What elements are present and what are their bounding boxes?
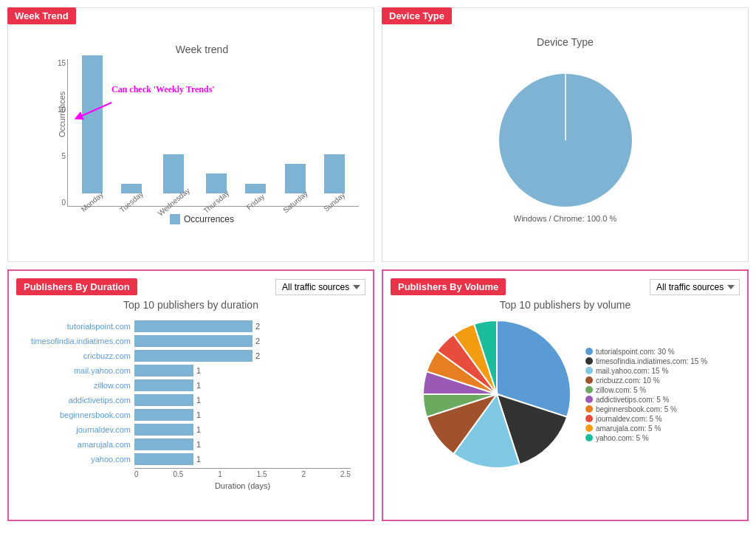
hbar-row: tutorialspoint.com2 (134, 320, 351, 332)
duration-filter-row: Publishers By Duration All traffic sourc… (16, 278, 365, 295)
hbar-row: journaldev.com1 (134, 424, 351, 436)
device-label: Windows / Chrome: 100.0 % (514, 214, 616, 223)
volume-pie-legend: tutorialspoint.com: 30 %timesofindia.ind… (585, 348, 707, 444)
pie-legend-dot (585, 348, 593, 355)
svg-line-0 (78, 103, 111, 117)
pie-legend-label: beginnersbook.com: 5 % (596, 405, 677, 413)
legend-label: Occurrences (184, 214, 234, 224)
hbar-bar (134, 350, 252, 362)
publishers-duration-panel: Publishers By Duration All traffic sourc… (7, 269, 374, 521)
hbar-value: 1 (196, 455, 201, 464)
bar-monday (82, 55, 103, 193)
device-pie-svg (484, 59, 647, 221)
week-trend-chart-title: Week trend (45, 44, 359, 55)
hbar-row: beginnersbook.com1 (134, 409, 351, 421)
week-trend-panel: Week Trend Week trend Occurrences 15 10 … (7, 7, 374, 262)
hbar-value: 1 (196, 396, 201, 405)
duration-hbar-chart: tutorialspoint.com2timesofindia.indiatim… (16, 317, 365, 512)
hbar-x-label: Duration (days) (134, 481, 351, 490)
hbar-bar (134, 424, 193, 436)
pie-legend-item: yahoo.com: 5 % (585, 434, 707, 442)
hbar-value: 1 (196, 425, 201, 434)
pie-legend-label: mail.yahoo.com: 15 % (596, 367, 668, 375)
hbar-bar (134, 365, 193, 376)
hbar-value: 2 (255, 322, 260, 331)
pie-legend-label: journaldev.com: 5 % (596, 415, 662, 423)
volume-traffic-filter[interactable]: All traffic sources (650, 279, 740, 295)
pie-legend-dot (585, 415, 593, 422)
bar-friday (245, 184, 266, 193)
publishers-volume-panel: Publishers By Volume All traffic sources… (382, 269, 749, 521)
pie-legend-label: cricbuzz.com: 10 % (596, 376, 660, 385)
device-type-chart-title: Device Type (390, 36, 740, 48)
hbar-publisher-name: zillow.com (20, 381, 131, 390)
annotation-text: Can check 'Weekly Trends' (111, 84, 215, 95)
pie-legend-item: addictivetips.com: 5 % (585, 396, 707, 404)
duration-traffic-filter[interactable]: All traffic sources (275, 279, 365, 295)
hbar-value: 1 (196, 381, 201, 390)
week-trend-legend: Occurrences (45, 214, 359, 224)
bar-col-tuesday: Tuesday (115, 184, 149, 206)
device-type-panel: Device Type Device Type Windows / Chrome… (382, 7, 749, 262)
hbar-row: timesofindia.indiatimes.com2 (134, 335, 351, 347)
pie-legend-label: timesofindia.indiatimes.com: 15 % (596, 357, 707, 365)
hbar-publisher-name: yahoo.com (20, 455, 131, 464)
bar-col-sunday: Sunday (317, 154, 351, 206)
pie-legend-dot (585, 424, 593, 432)
hbar-value: 1 (196, 366, 201, 375)
bar-col-wednesday: Wednesday (154, 154, 193, 206)
pie-legend-dot (585, 434, 593, 441)
pie-legend-item: timesofindia.indiatimes.com: 15 % (585, 357, 707, 365)
pie-legend-label: yahoo.com: 5 % (596, 434, 649, 442)
hbar-publisher-name: amarujala.com (20, 440, 131, 449)
publishers-volume-title: Publishers By Volume (391, 278, 506, 295)
bar-saturday (285, 164, 306, 193)
pie-legend-item: cricbuzz.com: 10 % (585, 376, 707, 385)
hbar-bar (134, 320, 252, 332)
hbar-value: 1 (196, 410, 201, 419)
hbar-publisher-name: timesofindia.indiatimes.com (20, 337, 131, 345)
bar-col-thursday: Thursday (199, 173, 233, 206)
volume-pie-svg (423, 320, 571, 468)
bar-label-sunday: Sunday (323, 190, 347, 213)
hbar-row: mail.yahoo.com1 (134, 365, 351, 376)
hbar-value: 2 (255, 351, 260, 360)
hbar-publisher-name: addictivetips.com (20, 396, 131, 405)
device-type-title: Device Type (382, 7, 452, 24)
hbar-x-axis: 00.511.522.5 (134, 468, 351, 478)
pie-legend-dot (585, 405, 593, 413)
bar-sunday (324, 154, 345, 193)
hbar-bar (134, 335, 252, 347)
hbar-publisher-name: mail.yahoo.com (20, 366, 131, 375)
week-trend-title: Week Trend (7, 7, 76, 24)
volume-chart-title: Top 10 publishers by volume (391, 299, 740, 311)
bar-col-friday: Friday (238, 184, 272, 206)
hbar-row: amarujala.com1 (134, 438, 351, 450)
hbar-bar (134, 438, 193, 450)
bar-wednesday (163, 154, 184, 193)
hbar-value: 1 (196, 440, 201, 449)
volume-pie-container (423, 320, 571, 470)
hbar-publisher-name: journaldev.com (20, 425, 131, 434)
pie-legend-label: addictivetips.com: 5 % (596, 396, 670, 404)
volume-pie-chart: tutorialspoint.com: 30 %timesofindia.ind… (391, 317, 740, 474)
bar-label-monday: Monday (80, 190, 105, 213)
y-ticks: 15 10 5 0 (45, 59, 66, 207)
pie-legend-dot (585, 357, 593, 365)
hbar-row: addictivetips.com1 (134, 394, 351, 406)
pie-legend-dot (585, 376, 593, 384)
pie-legend-label: tutorialspoint.com: 30 % (596, 348, 675, 356)
pie-legend-item: amarujala.com: 5 % (585, 424, 707, 433)
hbar-row: zillow.com1 (134, 379, 351, 391)
pie-legend-dot (585, 367, 593, 374)
hbar-publisher-name: tutorialspoint.com (20, 322, 131, 331)
pie-legend-label: zillow.com: 5 % (596, 386, 646, 394)
hbar-bar (134, 379, 193, 391)
pie-legend-label: amarujala.com: 5 % (596, 424, 661, 433)
hbar-bar (134, 394, 193, 406)
pie-legend-dot (585, 386, 593, 393)
hbar-bar (134, 453, 193, 465)
duration-chart-title: Top 10 publishers by duration (16, 299, 365, 311)
hbar-publisher-name: cricbuzz.com (20, 351, 131, 360)
pie-legend-item: journaldev.com: 5 % (585, 415, 707, 423)
